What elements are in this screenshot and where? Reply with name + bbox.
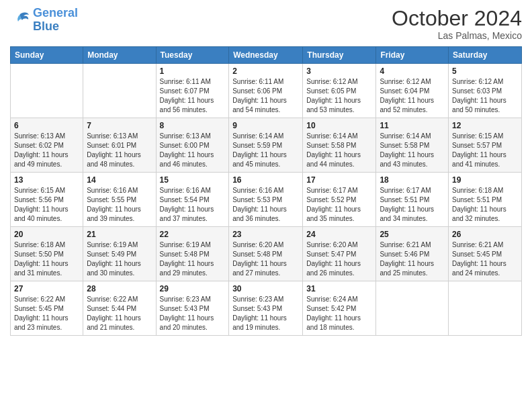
day-number: 3 xyxy=(306,66,372,76)
logo-icon xyxy=(10,11,30,30)
day-info: Sunrise: 6:16 AM Sunset: 5:53 PM Dayligh… xyxy=(232,186,299,224)
month-title: October 2024 xyxy=(392,7,522,30)
header: General Blue October 2024 Las Palmas, Me… xyxy=(10,7,522,41)
day-number: 22 xyxy=(160,230,226,239)
day-number: 10 xyxy=(306,121,372,130)
calendar-cell: 19Sunrise: 6:18 AM Sunset: 5:51 PM Dayli… xyxy=(449,173,522,227)
calendar-cell: 1Sunrise: 6:11 AM Sunset: 6:07 PM Daylig… xyxy=(156,64,229,118)
day-info: Sunrise: 6:24 AM Sunset: 5:42 PM Dayligh… xyxy=(306,295,372,332)
day-number: 27 xyxy=(14,284,79,293)
calendar-cell: 16Sunrise: 6:16 AM Sunset: 5:53 PM Dayli… xyxy=(229,173,303,227)
day-number: 16 xyxy=(232,175,299,185)
day-info: Sunrise: 6:14 AM Sunset: 5:58 PM Dayligh… xyxy=(306,132,372,169)
day-info: Sunrise: 6:12 AM Sunset: 6:04 PM Dayligh… xyxy=(380,77,445,115)
day-info: Sunrise: 6:12 AM Sunset: 6:05 PM Dayligh… xyxy=(306,77,372,115)
day-info: Sunrise: 6:15 AM Sunset: 5:57 PM Dayligh… xyxy=(452,132,518,169)
calendar-cell: 20Sunrise: 6:18 AM Sunset: 5:50 PM Dayli… xyxy=(11,227,83,281)
calendar-cell: 23Sunrise: 6:20 AM Sunset: 5:48 PM Dayli… xyxy=(229,227,303,281)
calendar-cell: 15Sunrise: 6:16 AM Sunset: 5:54 PM Dayli… xyxy=(156,173,229,227)
day-number: 13 xyxy=(14,175,79,185)
day-number: 2 xyxy=(232,66,299,76)
weekday-header: Friday xyxy=(376,47,449,64)
day-number: 26 xyxy=(452,230,518,239)
day-info: Sunrise: 6:20 AM Sunset: 5:47 PM Dayligh… xyxy=(306,240,372,278)
day-info: Sunrise: 6:16 AM Sunset: 5:54 PM Dayligh… xyxy=(160,186,226,224)
calendar-cell: 22Sunrise: 6:19 AM Sunset: 5:48 PM Dayli… xyxy=(156,227,229,281)
day-number: 6 xyxy=(14,121,79,130)
calendar-cell: 26Sunrise: 6:21 AM Sunset: 5:45 PM Dayli… xyxy=(449,227,522,281)
calendar-cell: 27Sunrise: 6:22 AM Sunset: 5:45 PM Dayli… xyxy=(11,281,83,336)
day-number: 21 xyxy=(87,230,152,239)
calendar-cell: 9Sunrise: 6:14 AM Sunset: 5:59 PM Daylig… xyxy=(229,118,303,173)
calendar-week-row: 6Sunrise: 6:13 AM Sunset: 6:02 PM Daylig… xyxy=(11,118,522,173)
day-number: 9 xyxy=(232,121,299,130)
day-number: 24 xyxy=(306,230,372,239)
day-number: 15 xyxy=(160,175,226,185)
day-info: Sunrise: 6:11 AM Sunset: 6:07 PM Dayligh… xyxy=(160,77,226,115)
calendar-cell: 24Sunrise: 6:20 AM Sunset: 5:47 PM Dayli… xyxy=(303,227,376,281)
day-info: Sunrise: 6:14 AM Sunset: 5:59 PM Dayligh… xyxy=(232,132,299,169)
weekday-header: Sunday xyxy=(11,47,83,64)
day-number: 30 xyxy=(232,284,299,293)
weekday-header: Tuesday xyxy=(156,47,229,64)
calendar-cell: 17Sunrise: 6:17 AM Sunset: 5:52 PM Dayli… xyxy=(303,173,376,227)
day-number: 18 xyxy=(380,175,445,185)
day-info: Sunrise: 6:11 AM Sunset: 6:06 PM Dayligh… xyxy=(232,77,299,115)
calendar-cell: 7Sunrise: 6:13 AM Sunset: 6:01 PM Daylig… xyxy=(83,118,156,173)
calendar-cell: 14Sunrise: 6:16 AM Sunset: 5:55 PM Dayli… xyxy=(83,173,156,227)
day-number: 23 xyxy=(232,230,299,239)
day-info: Sunrise: 6:21 AM Sunset: 5:46 PM Dayligh… xyxy=(380,240,445,278)
calendar-week-row: 13Sunrise: 6:15 AM Sunset: 5:56 PM Dayli… xyxy=(11,173,522,227)
day-number: 1 xyxy=(160,66,226,76)
weekday-header: Saturday xyxy=(449,47,522,64)
calendar-cell: 3Sunrise: 6:12 AM Sunset: 6:05 PM Daylig… xyxy=(303,64,376,118)
calendar-table: SundayMondayTuesdayWednesdayThursdayFrid… xyxy=(10,46,522,336)
calendar-cell: 10Sunrise: 6:14 AM Sunset: 5:58 PM Dayli… xyxy=(303,118,376,173)
day-number: 11 xyxy=(380,121,445,130)
day-number: 28 xyxy=(87,284,152,293)
day-number: 7 xyxy=(87,121,152,130)
day-info: Sunrise: 6:13 AM Sunset: 6:01 PM Dayligh… xyxy=(87,132,152,169)
logo-text: General Blue xyxy=(33,7,78,34)
calendar-cell: 25Sunrise: 6:21 AM Sunset: 5:46 PM Dayli… xyxy=(376,227,449,281)
calendar-cell: 28Sunrise: 6:22 AM Sunset: 5:44 PM Dayli… xyxy=(83,281,156,336)
calendar-cell xyxy=(376,281,449,336)
day-number: 31 xyxy=(306,284,372,293)
day-info: Sunrise: 6:19 AM Sunset: 5:48 PM Dayligh… xyxy=(160,240,226,278)
calendar-cell: 21Sunrise: 6:19 AM Sunset: 5:49 PM Dayli… xyxy=(83,227,156,281)
calendar-cell: 11Sunrise: 6:14 AM Sunset: 5:58 PM Dayli… xyxy=(376,118,449,173)
day-number: 29 xyxy=(160,284,226,293)
day-info: Sunrise: 6:20 AM Sunset: 5:48 PM Dayligh… xyxy=(232,240,299,278)
location: Las Palmas, Mexico xyxy=(392,30,522,41)
calendar-cell: 5Sunrise: 6:12 AM Sunset: 6:03 PM Daylig… xyxy=(449,64,522,118)
calendar-cell: 6Sunrise: 6:13 AM Sunset: 6:02 PM Daylig… xyxy=(11,118,83,173)
calendar-cell: 8Sunrise: 6:13 AM Sunset: 6:00 PM Daylig… xyxy=(156,118,229,173)
calendar-week-row: 1Sunrise: 6:11 AM Sunset: 6:07 PM Daylig… xyxy=(11,64,522,118)
calendar-cell: 2Sunrise: 6:11 AM Sunset: 6:06 PM Daylig… xyxy=(229,64,303,118)
day-info: Sunrise: 6:13 AM Sunset: 6:00 PM Dayligh… xyxy=(160,132,226,169)
day-info: Sunrise: 6:17 AM Sunset: 5:52 PM Dayligh… xyxy=(306,186,372,224)
calendar-cell: 31Sunrise: 6:24 AM Sunset: 5:42 PM Dayli… xyxy=(303,281,376,336)
day-number: 14 xyxy=(87,175,152,185)
day-number: 5 xyxy=(452,66,518,76)
day-number: 4 xyxy=(380,66,445,76)
calendar-cell: 4Sunrise: 6:12 AM Sunset: 6:04 PM Daylig… xyxy=(376,64,449,118)
weekday-header: Thursday xyxy=(303,47,376,64)
calendar-week-row: 20Sunrise: 6:18 AM Sunset: 5:50 PM Dayli… xyxy=(11,227,522,281)
day-number: 25 xyxy=(380,230,445,239)
day-info: Sunrise: 6:13 AM Sunset: 6:02 PM Dayligh… xyxy=(14,132,79,169)
day-number: 19 xyxy=(452,175,518,185)
weekday-header: Wednesday xyxy=(229,47,303,64)
day-info: Sunrise: 6:16 AM Sunset: 5:55 PM Dayligh… xyxy=(87,186,152,224)
day-info: Sunrise: 6:15 AM Sunset: 5:56 PM Dayligh… xyxy=(14,186,79,224)
calendar-cell: 13Sunrise: 6:15 AM Sunset: 5:56 PM Dayli… xyxy=(11,173,83,227)
calendar-cell xyxy=(11,64,83,118)
day-info: Sunrise: 6:22 AM Sunset: 5:45 PM Dayligh… xyxy=(14,295,79,332)
calendar-header-row: SundayMondayTuesdayWednesdayThursdayFrid… xyxy=(11,47,522,64)
day-info: Sunrise: 6:12 AM Sunset: 6:03 PM Dayligh… xyxy=(452,77,518,115)
day-info: Sunrise: 6:14 AM Sunset: 5:58 PM Dayligh… xyxy=(380,132,445,169)
page-container: General Blue October 2024 Las Palmas, Me… xyxy=(0,0,532,342)
day-number: 8 xyxy=(160,121,226,130)
day-info: Sunrise: 6:23 AM Sunset: 5:43 PM Dayligh… xyxy=(160,295,226,332)
logo: General Blue xyxy=(10,7,78,34)
